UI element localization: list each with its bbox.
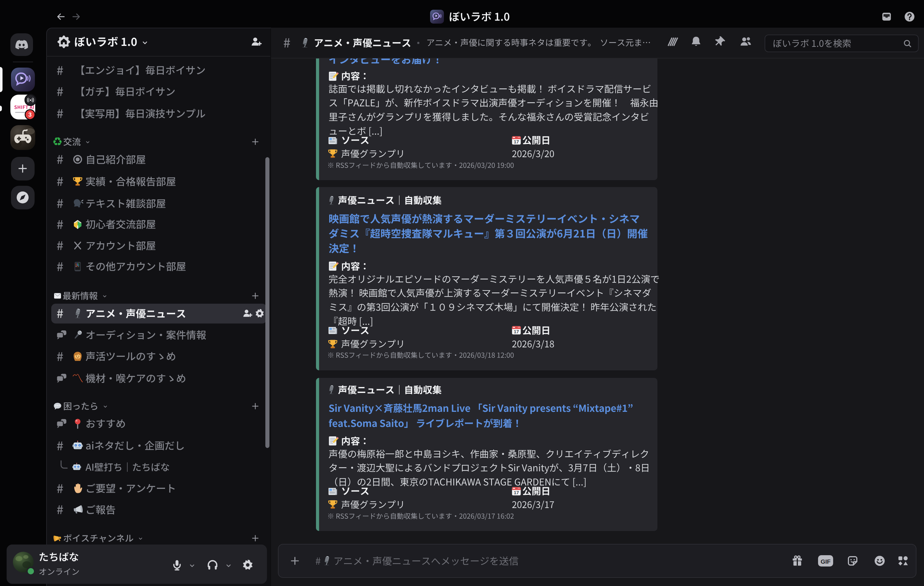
svg-text:17: 17 [514, 329, 519, 334]
svg-text:17: 17 [514, 490, 519, 495]
svg-text:17: 17 [514, 139, 519, 144]
svg-text:3: 3 [28, 111, 31, 118]
svg-text:GIF: GIF [820, 558, 831, 565]
